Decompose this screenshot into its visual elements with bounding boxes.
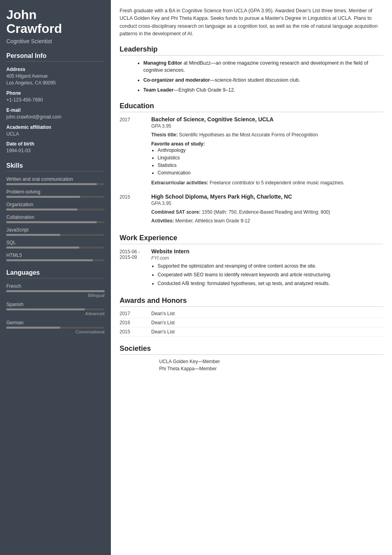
language-name: Spanish [6, 302, 105, 307]
sidebar: John Crawford Cognitive Scientist Person… [0, 0, 111, 555]
education-entry: 2015 High School Diploma, Myers Park Hig… [120, 193, 383, 226]
skill-name: Organization [6, 202, 105, 207]
work-bullet: Conducted A/B testing: formulated hypoth… [158, 280, 383, 287]
skill-bar-bg [6, 259, 105, 261]
award-year: 2016 [120, 320, 151, 325]
language-name: German [6, 320, 105, 325]
education-heading: Education [120, 102, 383, 112]
affiliation-value: UCLA [6, 131, 105, 138]
societies-heading: Societies [120, 344, 383, 355]
work-list: 2015-06 - 2015-09 Website Intern FYI.com… [120, 248, 383, 289]
leadership-heading: Leadership [120, 45, 383, 56]
skill-bar-bg [6, 221, 105, 223]
edu-gpa: GPA 3.95 [151, 123, 383, 129]
skills-list: Written and oral communication Problem-s… [6, 176, 105, 261]
work-title: Website Intern [151, 248, 383, 255]
entry-year: 2015-06 - 2015-09 [120, 248, 151, 289]
entry-year: 2015 [120, 193, 151, 226]
education-entry: 2017 Bachelor of Science, Cognitive Scie… [120, 116, 383, 188]
entry-content: Website Intern FYI.com Supported the opt… [151, 248, 383, 289]
work-company: FYI.com [151, 255, 383, 261]
awards-section: Awards and Honors 2017 Dean's List 2016 … [120, 297, 383, 337]
language-item: Spanish Advanced [6, 302, 105, 316]
skill-name: Problem-solving [6, 189, 105, 195]
language-bar-bg [6, 290, 105, 292]
language-name: French [6, 283, 105, 289]
skill-bar-bg [6, 209, 105, 211]
skill-bar-bg [6, 234, 105, 236]
skill-bar-fill [6, 221, 97, 223]
personal-info-section: Personal Info Address 405 Hilgard Avenue… [6, 52, 105, 154]
leadership-section: Leadership Managing Editor at MindBuzz—a… [120, 45, 383, 94]
entry-content: Bachelor of Science, Cognitive Science, … [151, 116, 383, 188]
work-entry: 2015-06 - 2015-09 Website Intern FYI.com… [120, 248, 383, 289]
society-item: Phi Theta Kappa—Member [159, 366, 383, 371]
email-label: E-mail [6, 107, 105, 113]
work-bullet: Cooperated with SEO teams to identify re… [158, 271, 383, 278]
edu-sat: Combined SAT score: 1550 (Math: 750, Evi… [151, 209, 383, 216]
languages-list: French Bilingual Spanish Advanced German… [6, 283, 105, 334]
skill-bar-fill [6, 183, 97, 185]
language-bar-fill [6, 290, 105, 292]
skill-bar-bg [6, 196, 105, 198]
skill-bar-fill [6, 234, 60, 236]
skills-section: Skills Written and oral communication Pr… [6, 162, 105, 261]
languages-section: Languages French Bilingual Spanish Advan… [6, 269, 105, 334]
skill-bar-fill [6, 196, 80, 198]
entry-content: High School Diploma, Myers Park High, Ch… [151, 193, 383, 226]
work-bullets: Supported the optimization and revamping… [151, 262, 383, 287]
awards-heading: Awards and Honors [120, 297, 383, 307]
skill-item: SQL [6, 240, 105, 249]
language-level: Advanced [6, 311, 105, 316]
leadership-list: Managing Editor at MindBuzz—an online ma… [131, 59, 383, 94]
fav-item: Anthropology [158, 147, 383, 154]
skill-item: Problem-solving [6, 189, 105, 198]
work-heading: Work Experience [120, 234, 383, 244]
language-bar-fill [6, 308, 85, 310]
award-entry: 2016 Dean's List [120, 320, 383, 327]
edu-extra: Extracurricular activities: Freelance co… [151, 179, 383, 186]
address-label: Address [6, 67, 105, 72]
summary-text: Fresh graduate with a BA in Cognitive Sc… [120, 7, 383, 38]
phone-value: +1-123-456-7890 [6, 97, 105, 103]
email-value: john.crawford@gmail.com [6, 114, 105, 121]
skill-bar-fill [6, 247, 79, 249]
societies-list: UCLA Golden Key—MemberPhi Theta Kappa—Me… [159, 359, 383, 371]
skill-item: Written and oral communication [6, 176, 105, 185]
education-section: Education 2017 Bachelor of Science, Cogn… [120, 102, 383, 226]
skill-name: Written and oral communication [6, 176, 105, 182]
education-list: 2017 Bachelor of Science, Cognitive Scie… [120, 116, 383, 226]
language-item: German Conversational [6, 320, 105, 334]
society-item: UCLA Golden Key—Member [159, 359, 383, 364]
leadership-item: Managing Editor at MindBuzz—an online ma… [143, 59, 383, 75]
language-level: Conversational [6, 329, 105, 334]
skill-name: Collaboration [6, 214, 105, 220]
edu-activities: Activities: Member, Athletics team Grade… [151, 217, 383, 224]
personal-info-heading: Personal Info [6, 52, 105, 62]
edu-thesis: Thesis title: Scientific Hypotheses as t… [151, 131, 383, 138]
candidate-title: Cognitive Scientist [6, 38, 105, 44]
work-bullet: Supported the optimization and revamping… [158, 262, 383, 270]
fav-item: Statistics [158, 162, 383, 169]
fav-item: Communication [158, 169, 383, 177]
skill-item: Organization [6, 202, 105, 211]
award-year: 2017 [120, 311, 151, 316]
entry-year: 2017 [120, 116, 151, 188]
societies-section: Societies UCLA Golden Key—MemberPhi Thet… [120, 344, 383, 371]
skill-bar-fill [6, 209, 77, 211]
skill-name: HTML5 [6, 253, 105, 258]
award-name: Dean's List [151, 311, 175, 316]
work-section: Work Experience 2015-06 - 2015-09 Websit… [120, 234, 383, 289]
skill-bar-bg [6, 247, 105, 249]
languages-heading: Languages [6, 269, 105, 279]
main-content: Fresh graduate with a BA in Cognitive Sc… [111, 0, 392, 555]
language-level: Bilingual [6, 293, 105, 298]
skill-item: HTML5 [6, 253, 105, 261]
language-bar-fill [6, 327, 60, 329]
award-year: 2015 [120, 329, 151, 335]
language-item: French Bilingual [6, 283, 105, 298]
award-name: Dean's List [151, 329, 175, 335]
awards-list: 2017 Dean's List 2016 Dean's List 2015 D… [120, 311, 383, 337]
skill-bar-fill [6, 259, 93, 261]
affiliation-label: Academic affiliation [6, 124, 105, 130]
